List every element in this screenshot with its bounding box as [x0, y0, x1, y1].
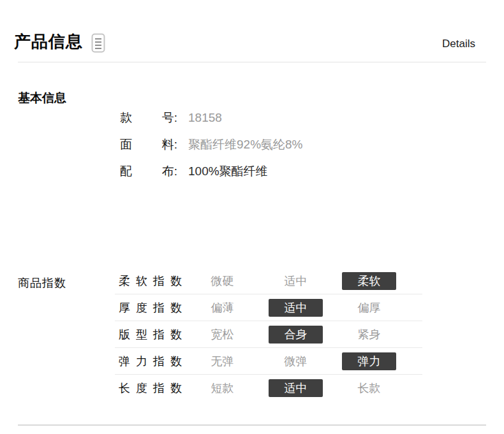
- index-row-length: 长度指数 短款 适中 长款: [115, 375, 422, 401]
- index-row-label: 长度指数: [115, 380, 185, 396]
- document-list-icon: [91, 33, 105, 53]
- index-row-label: 弹力指数: [115, 354, 185, 369]
- index-option: 合身: [269, 326, 323, 344]
- index-row-fit: 版型指数 宽松 合身 紧身: [115, 321, 422, 348]
- page-title: 产品信息: [14, 31, 83, 53]
- product-info-page: 产品信息 Details 基本信息 款 号: 18158 面 料: 聚酯纤维92…: [0, 0, 504, 434]
- field-value: 聚酯纤维92%氨纶8%: [188, 136, 303, 153]
- index-row-thickness: 厚度指数 偏薄 适中 偏厚: [115, 294, 422, 321]
- index-option: 适中: [269, 272, 323, 290]
- bottom-divider: [18, 424, 486, 426]
- index-row-label: 柔软指数: [115, 273, 185, 289]
- index-option: 微弹: [269, 352, 323, 370]
- basic-info-row-style-number: 款 号: 18158: [120, 105, 303, 131]
- index-option: 短款: [195, 379, 249, 397]
- field-label: 面 料:: [120, 136, 177, 153]
- header-divider: [18, 62, 486, 62]
- field-value: 18158: [188, 111, 222, 125]
- basic-info-row-fabric: 面 料: 聚酯纤维92%氨纶8%: [120, 131, 303, 158]
- basic-info-list: 款 号: 18158 面 料: 聚酯纤维92%氨纶8% 配 布: 100%聚酯纤…: [120, 105, 303, 185]
- field-label: 款 号:: [120, 110, 177, 126]
- product-index-table: 柔软指数 微硬 适中 柔软 厚度指数 偏薄 适中 偏厚 版型指数 宽松 合身 紧…: [115, 268, 422, 401]
- index-row-softness: 柔软指数 微硬 适中 柔软: [115, 268, 422, 294]
- field-value: 100%聚酯纤维: [188, 163, 268, 180]
- index-row-label: 版型指数: [115, 327, 185, 342]
- index-row-elasticity: 弹力指数 无弹 微弹 弹力: [115, 348, 422, 375]
- index-option: 微硬: [195, 272, 249, 290]
- index-option: 适中: [269, 379, 323, 397]
- basic-info-heading: 基本信息: [18, 90, 66, 106]
- index-option: 无弹: [195, 352, 249, 370]
- index-option: 长款: [342, 379, 396, 397]
- details-tab[interactable]: Details: [442, 38, 475, 50]
- index-option: 柔软: [342, 272, 396, 290]
- index-option: 偏薄: [195, 299, 249, 317]
- basic-info-row-lining: 配 布: 100%聚酯纤维: [120, 158, 303, 185]
- index-option: 紧身: [342, 326, 396, 344]
- field-label: 配 布:: [120, 163, 177, 180]
- product-index-heading: 商品指数: [18, 275, 66, 291]
- index-option: 宽松: [195, 326, 249, 344]
- index-row-label: 厚度指数: [115, 300, 185, 315]
- index-option: 适中: [269, 299, 323, 317]
- index-option: 弹力: [342, 352, 396, 370]
- index-option: 偏厚: [342, 299, 396, 317]
